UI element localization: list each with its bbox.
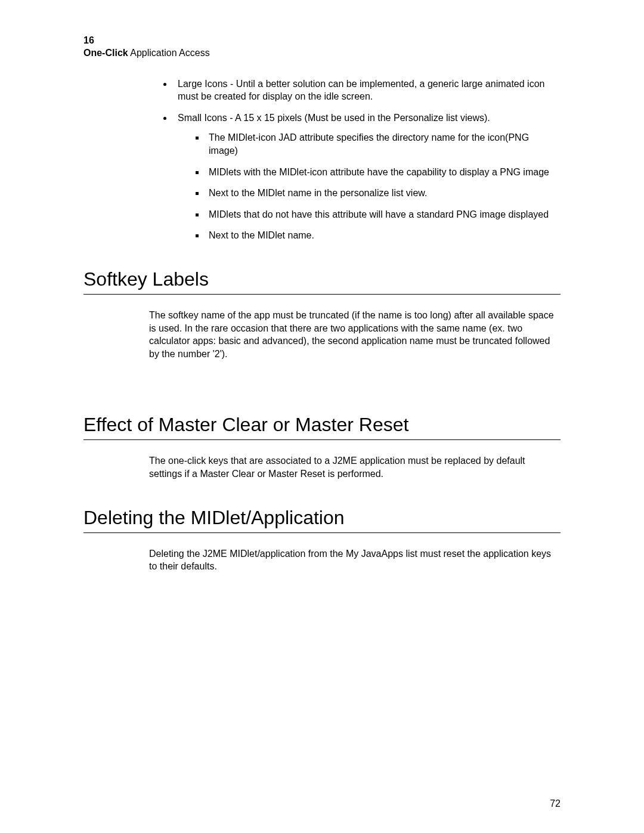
- list-item: MIDlets with the MIDlet-icon attribute h…: [205, 166, 561, 179]
- list-item: MIDlets that do not have this attribute …: [205, 208, 561, 221]
- list-item: The MIDlet-icon JAD attribute specifies …: [205, 131, 561, 157]
- section-softkey-labels: Softkey Labels The softkey name of the a…: [83, 268, 561, 360]
- list-item: Next to the MIDlet name.: [205, 229, 561, 242]
- page-number: 72: [550, 798, 561, 809]
- sub-bullet-list: The MIDlet-icon JAD attribute specifies …: [178, 131, 561, 242]
- chapter-title: One-Click Application Access: [83, 47, 561, 60]
- list-item: Small Icons - A 15 x 15 pixels (Must be …: [173, 112, 561, 242]
- list-item: Next to the MIDlet name in the personali…: [205, 187, 561, 200]
- list-item-text: Large Icons - Until a better solution ca…: [178, 79, 544, 102]
- section-body: Deleting the J2ME MIDlet/application fro…: [149, 547, 561, 573]
- spacer: [83, 360, 561, 388]
- section-heading: Softkey Labels: [83, 268, 561, 295]
- section-heading: Deleting the MIDlet/Application: [83, 507, 561, 533]
- document-page: 16 One-Click Application Access Large Ic…: [0, 0, 644, 833]
- bullet-list: Large Icons - Until a better solution ca…: [149, 78, 561, 242]
- section-body: The softkey name of the app must be trun…: [149, 309, 561, 360]
- list-item-text: Small Icons - A 15 x 15 pixels (Must be …: [178, 113, 490, 123]
- section-master-clear: Effect of Master Clear or Master Reset T…: [83, 414, 561, 480]
- chapter-number: 16: [83, 35, 561, 47]
- chapter-title-rest: Application Access: [128, 48, 210, 58]
- chapter-title-bold: One-Click: [83, 48, 128, 58]
- top-content: Large Icons - Until a better solution ca…: [149, 78, 561, 242]
- section-heading: Effect of Master Clear or Master Reset: [83, 414, 561, 440]
- section-deleting-midlet: Deleting the MIDlet/Application Deleting…: [83, 507, 561, 573]
- page-header: 16 One-Click Application Access: [83, 35, 561, 60]
- list-item: Large Icons - Until a better solution ca…: [173, 78, 561, 103]
- paragraph: Deleting the J2ME MIDlet/application fro…: [149, 547, 561, 573]
- paragraph: The one-click keys that are associated t…: [149, 454, 561, 480]
- paragraph: The softkey name of the app must be trun…: [149, 309, 561, 360]
- section-body: The one-click keys that are associated t…: [149, 454, 561, 480]
